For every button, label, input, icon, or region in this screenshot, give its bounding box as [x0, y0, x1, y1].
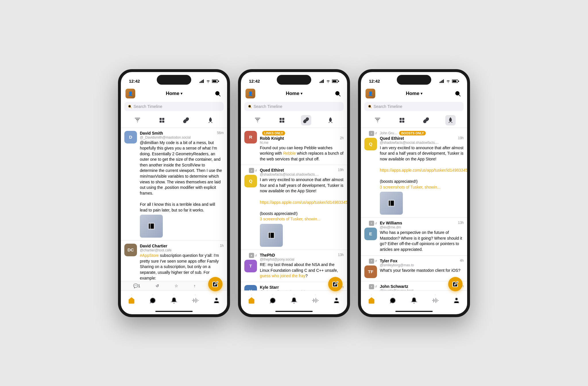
share-button[interactable]: ↑ [194, 284, 196, 288]
nav-avatar[interactable]: 👤 [245, 89, 255, 98]
post-author-name[interactable]: John Schwartz [380, 284, 460, 289]
svg-rect-14 [162, 120, 164, 122]
tab-waveform[interactable]: · [308, 293, 322, 304]
favorite-button[interactable]: ☆ [175, 284, 178, 288]
post-avatar-image[interactable]: K [244, 285, 257, 290]
post-avatar-image[interactable]: TF [364, 265, 377, 278]
filter-rocket-button[interactable] [205, 115, 216, 125]
svg-rect-3 [203, 79, 204, 83]
tab-home[interactable]: · [245, 293, 258, 304]
tab-mention[interactable]: · [146, 293, 160, 304]
search-bar[interactable]: Search Timeline [244, 102, 344, 111]
nav-bar: 👤Home▾ [121, 88, 227, 101]
post-author-name[interactable]: Qued Ethiret [260, 168, 338, 172]
post-link[interactable]: https://apps.apple.com/us/app/tusker/id1… [380, 168, 467, 172]
tab-waveform[interactable]: · [188, 293, 202, 304]
filter-filter-button[interactable] [372, 115, 383, 125]
post-author-name[interactable]: Robb Knight [260, 136, 340, 141]
badge-label: LINKS ONLY [262, 131, 285, 135]
nav-title[interactable]: Home▾ [406, 91, 422, 96]
post-time: 4h [460, 259, 464, 263]
filter-filter-button[interactable] [132, 115, 143, 125]
tab-profile[interactable]: · [450, 293, 463, 304]
post-image [140, 215, 163, 238]
post-link2[interactable]: 3 screenshots of Tusker, showin... [260, 217, 320, 221]
tab-profile[interactable]: · [330, 293, 343, 304]
svg-point-31 [330, 119, 331, 121]
filter-filter-button[interactable] [252, 115, 263, 125]
nav-search-button[interactable] [453, 89, 463, 98]
post-avatar-image[interactable]: T [244, 260, 257, 272]
filter-rocket-button[interactable] [445, 115, 456, 125]
svg-point-15 [210, 119, 211, 121]
svg-rect-30 [282, 120, 284, 122]
svg-rect-46 [402, 120, 404, 122]
compose-fab[interactable] [328, 277, 343, 291]
post-author-name[interactable]: Ev Williams [380, 221, 458, 225]
post-avatar-image[interactable]: Q [364, 138, 377, 150]
tab-mention[interactable]: · [266, 293, 280, 304]
svg-rect-0 [200, 82, 200, 83]
post-avatar-image[interactable]: R [244, 131, 257, 143]
boost-button[interactable]: ↺ [156, 284, 159, 288]
nav-avatar[interactable]: 👤 [125, 89, 135, 98]
tab-bar: ····· [241, 290, 347, 310]
post-avatar-image[interactable]: DC [124, 244, 137, 256]
post-author-name[interactable]: Tyler Fox [380, 259, 460, 263]
post-author-name[interactable]: David Chartier [140, 244, 220, 248]
post-item: J↺QJohn Gru...BOOSTS ONLYQued Ethiret@sh… [361, 128, 467, 218]
post-link[interactable]: guess who joined the fray [260, 274, 305, 278]
post-author-name[interactable]: David Smith [140, 131, 217, 135]
post-text: Who has a perspective on the future of M… [380, 230, 464, 252]
filter-link-button[interactable] [301, 115, 311, 125]
post-item: T↺TFTyler Fox@smileyborg@mas.to4hWhat's … [361, 256, 467, 281]
tab-waveform[interactable]: · [428, 293, 442, 304]
post-header: ThePhD@thephd@pony.social13h [260, 253, 344, 261]
nav-title-text: Home [286, 91, 299, 96]
post-avatar-image[interactable]: E [364, 228, 377, 240]
compose-fab[interactable] [448, 277, 463, 291]
svg-rect-11 [160, 118, 162, 120]
tab-notification[interactable]: · [287, 293, 301, 304]
filter-grid-button[interactable] [397, 115, 407, 125]
post-item: T↺EEv Williams@ev@me.dm13hWho has a pers… [361, 218, 467, 255]
filter-link-button[interactable] [421, 115, 431, 125]
nav-search-button[interactable] [333, 89, 343, 98]
svg-rect-13 [160, 120, 162, 122]
post-author-name[interactable]: ThePhD [260, 253, 338, 257]
search-bar[interactable]: Search Timeline [364, 102, 464, 111]
nav-title[interactable]: Home▾ [166, 91, 182, 96]
post-author-name[interactable]: Qued Ethiret [380, 136, 458, 141]
tab-notification[interactable]: · [407, 293, 421, 304]
tab-home[interactable]: · [125, 293, 138, 304]
filter-link-button[interactable] [181, 115, 191, 125]
tab-profile[interactable]: · [210, 293, 223, 304]
post-author-name[interactable]: Kyle Starr [260, 285, 340, 290]
post-link2[interactable]: 3 screenshots of Tusker, showin... [380, 185, 440, 189]
svg-rect-37 [452, 80, 457, 82]
tab-notification[interactable]: · [167, 293, 181, 304]
post-avatar-image[interactable]: D [124, 131, 137, 143]
compose-fab[interactable] [208, 277, 223, 291]
post-time: 13h [338, 253, 344, 257]
post-image [260, 224, 283, 247]
post-link[interactable]: Rebble [283, 151, 296, 156]
nav-title[interactable]: Home▾ [286, 91, 302, 96]
post-link[interactable]: https://apps.apple.com/us/app/tusker/id1… [260, 200, 347, 205]
tab-home[interactable]: · [365, 293, 378, 304]
svg-line-8 [219, 95, 220, 96]
filter-rocket-button[interactable] [325, 115, 336, 125]
search-bar[interactable]: Search Timeline [124, 102, 224, 111]
post-text: #AppStore subscription question for y'al… [140, 253, 224, 281]
reply-button[interactable]: 💬1 [133, 284, 140, 288]
tab-mention[interactable]: · [386, 293, 400, 304]
post-avatar-image[interactable]: Q [244, 175, 257, 187]
nav-avatar[interactable]: 👤 [365, 89, 375, 98]
filter-grid-button[interactable] [157, 115, 167, 125]
timeline: RLINKS ONLYRobb Knightht.me2hFound out y… [241, 128, 347, 290]
filter-grid-button[interactable] [277, 115, 287, 125]
search-bar-placeholder: Search Timeline [254, 104, 282, 109]
nav-search-button[interactable] [213, 89, 223, 98]
chevron-down-icon: ▾ [421, 92, 422, 96]
post-time: 13h [458, 221, 464, 225]
